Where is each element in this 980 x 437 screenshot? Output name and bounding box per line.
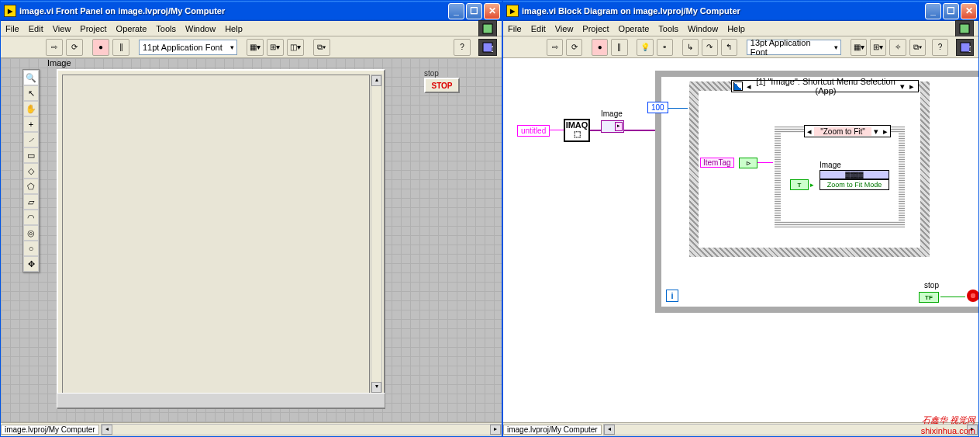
- menu-operate[interactable]: Operate: [619, 24, 650, 33]
- maximize-button[interactable]: ☐: [466, 3, 482, 19]
- front-panel-canvas[interactable]: Image 🔍 ↖ ✋ + ⟋ ▭ ◇ ⬠ ▱ ◠ ◎ ○ ✥ ▴ ▾ ◂: [1, 58, 502, 422]
- hand-tool-icon[interactable]: ✋: [23, 101, 39, 116]
- image-display-control[interactable]: ▴ ▾ ◂ ▸: [57, 69, 385, 409]
- menu-operate[interactable]: Operate: [116, 24, 147, 33]
- align-button[interactable]: ▦▾: [247, 39, 264, 56]
- pan-tool-icon[interactable]: ✥: [23, 256, 39, 272]
- case-prev-icon[interactable]: ◂: [805, 127, 814, 137]
- run-button[interactable]: ⇨: [547, 39, 563, 56]
- vi-connector-icon[interactable]: 1: [478, 39, 497, 56]
- run-button[interactable]: ⇨: [46, 39, 63, 56]
- menu-project[interactable]: Project: [80, 24, 106, 33]
- case-structure[interactable]: T ▸ Image ▓▓▓▓ Zoom to Fit Mode ◂ "Zoom …: [775, 127, 905, 227]
- menu-window[interactable]: Window: [688, 24, 718, 33]
- vi-icon[interactable]: [955, 20, 974, 37]
- zoom-tool-icon[interactable]: 🔍: [23, 70, 39, 85]
- case-selector[interactable]: ◂ "Zoom to Fit" ▾ ▸: [804, 125, 891, 137]
- vi-icon[interactable]: [478, 20, 497, 37]
- menu-file[interactable]: File: [508, 24, 522, 33]
- image-vscrollbar[interactable]: ▴ ▾: [371, 75, 382, 394]
- scroll-left-icon[interactable]: ◂: [102, 425, 112, 435]
- scroll-up-icon[interactable]: ▴: [371, 75, 381, 86]
- titlebar-front[interactable]: ▶ image.vi Front Panel on image.lvproj/M…: [1, 1, 502, 21]
- menu-edit[interactable]: Edit: [29, 24, 43, 33]
- minimize-button[interactable]: _: [925, 3, 941, 19]
- free-rect-tool-icon[interactable]: ▱: [23, 194, 39, 210]
- menu-help[interactable]: Help: [225, 24, 243, 33]
- image-terminal[interactable]: ▸: [601, 120, 624, 133]
- numeric-constant-100[interactable]: 100: [647, 102, 668, 113]
- property-node-header[interactable]: ▓▓▓▓: [820, 170, 889, 179]
- abort-button[interactable]: ●: [592, 39, 608, 56]
- align-button[interactable]: ▦▾: [851, 39, 867, 56]
- close-button[interactable]: ✕: [484, 3, 500, 19]
- event-dropdown-icon[interactable]: ▾: [898, 82, 907, 92]
- menu-file[interactable]: File: [5, 24, 19, 33]
- reorder-button[interactable]: ⧉▾: [313, 39, 330, 56]
- while-loop[interactable]: 100 ItemTag ⊳ T ▸: [655, 71, 978, 313]
- block-diagram-canvas[interactable]: untitled IMAQ ⬚ Image ▸ 100 ItemTag ⊳: [503, 58, 978, 422]
- loop-iteration-terminal[interactable]: i: [666, 290, 678, 302]
- imaq-create-node[interactable]: IMAQ ⬚: [564, 119, 590, 142]
- pointer-tool-icon[interactable]: ↖: [23, 85, 39, 101]
- menu-edit[interactable]: Edit: [531, 24, 546, 33]
- string-constant-untitled[interactable]: untitled: [517, 125, 550, 137]
- step-over-button[interactable]: ↷: [702, 39, 718, 56]
- step-out-button[interactable]: ↰: [721, 39, 737, 56]
- step-into-button[interactable]: ↳: [682, 39, 699, 56]
- resize-button[interactable]: ◫▾: [287, 39, 304, 56]
- cross-tool-icon[interactable]: +: [23, 116, 39, 132]
- polygon-tool-icon[interactable]: ⬠: [23, 179, 39, 194]
- run-continuous-button[interactable]: ⟳: [566, 39, 582, 56]
- context-help-button[interactable]: ?: [454, 39, 471, 56]
- menu-window[interactable]: Window: [185, 24, 216, 33]
- event-prev-icon[interactable]: ◂: [744, 82, 754, 92]
- event-selector[interactable]: ◂ [1] "Image": Shortcut Menu Selection (…: [731, 80, 919, 92]
- font-selector[interactable]: 13pt Application Font: [747, 40, 841, 55]
- diamond-tool-icon[interactable]: ◇: [23, 163, 39, 179]
- maximize-button[interactable]: ☐: [943, 3, 959, 19]
- status-hscroll[interactable]: ◂ ▸: [101, 424, 502, 435]
- case-dropdown-icon[interactable]: ▾: [871, 127, 881, 137]
- retain-wire-button[interactable]: ⚬: [657, 39, 673, 56]
- scroll-left-icon[interactable]: ◂: [604, 425, 615, 435]
- distribute-button[interactable]: ⊞▾: [870, 39, 886, 56]
- highlight-exec-button[interactable]: 💡: [637, 39, 653, 56]
- menu-view[interactable]: View: [555, 24, 574, 33]
- oval-tool-icon[interactable]: ○: [23, 241, 39, 256]
- scroll-right-icon[interactable]: ▸: [490, 425, 501, 435]
- context-help-button[interactable]: ?: [932, 39, 948, 56]
- menu-tools[interactable]: Tools: [658, 24, 678, 33]
- menu-help[interactable]: Help: [727, 24, 745, 33]
- stop-button[interactable]: STOP: [424, 78, 460, 93]
- rect-tool-icon[interactable]: ▭: [23, 147, 39, 163]
- loop-condition-terminal[interactable]: [967, 290, 978, 302]
- menu-project[interactable]: Project: [582, 24, 609, 33]
- vi-connector-icon[interactable]: 1: [956, 39, 974, 56]
- image-canvas[interactable]: [62, 75, 370, 394]
- event-structure[interactable]: ItemTag ⊳ T ▸ Image ▓▓▓▓ Zoom t: [689, 82, 930, 257]
- close-button[interactable]: ✕: [961, 3, 977, 19]
- minimize-button[interactable]: _: [448, 3, 464, 19]
- property-node-item[interactable]: Zoom to Fit Mode: [820, 179, 889, 190]
- run-continuous-button[interactable]: ⟳: [66, 39, 83, 56]
- font-selector[interactable]: 11pt Application Font: [139, 40, 237, 55]
- event-data-terminal[interactable]: ⊳: [739, 158, 757, 168]
- pause-button[interactable]: ‖: [112, 39, 129, 56]
- line-tool-icon[interactable]: ⟋: [23, 132, 39, 147]
- true-constant[interactable]: T: [790, 179, 809, 190]
- case-next-icon[interactable]: ▸: [881, 127, 890, 137]
- reorder-button[interactable]: ⧉▾: [909, 39, 926, 56]
- stop-terminal[interactable]: TF: [919, 292, 939, 303]
- annulus-tool-icon[interactable]: ◎: [23, 225, 39, 241]
- menu-tools[interactable]: Tools: [156, 24, 176, 33]
- lasso-tool-icon[interactable]: ◠: [23, 210, 39, 225]
- distribute-button[interactable]: ⊞▾: [267, 39, 284, 56]
- scroll-down-icon[interactable]: ▾: [371, 382, 381, 393]
- event-data-itemtag[interactable]: ItemTag: [700, 158, 734, 168]
- titlebar-block[interactable]: ▶ image.vi Block Diagram on image.lvproj…: [503, 1, 978, 21]
- abort-button[interactable]: ●: [92, 39, 109, 56]
- event-next-icon[interactable]: ▸: [907, 82, 916, 92]
- menu-view[interactable]: View: [53, 24, 71, 33]
- cleanup-button[interactable]: ✧: [889, 39, 906, 56]
